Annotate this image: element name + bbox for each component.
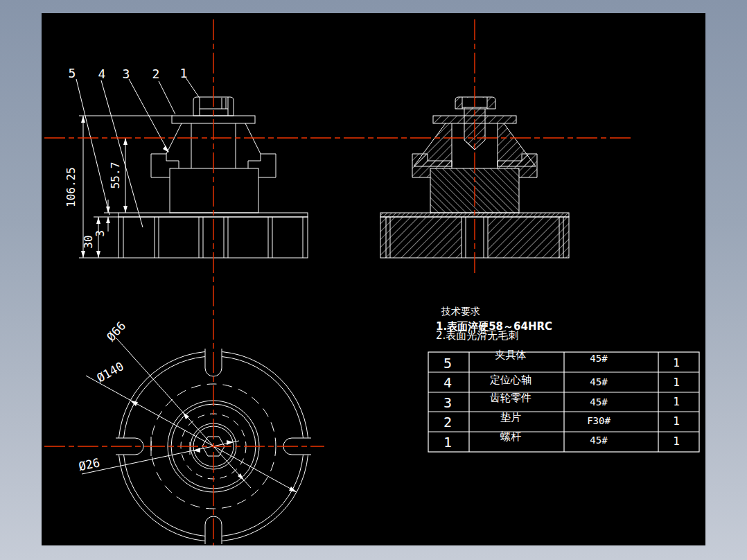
part-qty: 1 [673,376,680,389]
cad-drawing: 106.25 55.7 30 3 5 4 3 2 1 [42,13,705,545]
dim-overall-height: 106.25 [64,167,78,207]
part-no: 1 [443,434,452,450]
part-qty: 1 [673,356,680,369]
part-balloons: 5 4 3 2 1 [69,66,199,227]
part-material: 45# [590,376,608,387]
part-material: 45# [590,435,608,446]
part-no: 4 [443,374,452,391]
balloon-5: 5 [69,66,76,80]
part-qty: 1 [673,414,680,428]
tech-requirements: 技术要求 1.表面淬硬58～64HRC 2.表面光滑无毛刺 [436,306,552,342]
part-name: 夹具体 [495,349,527,361]
table-row: 2 垫片 F30# 1 [443,411,680,430]
part-material: 45# [590,353,608,364]
part-material: F30# [587,415,610,426]
part-no: 2 [443,414,452,430]
dim-upper-height: 55.7 [109,162,122,189]
balloon-3: 3 [123,67,130,81]
part-name: 齿轮零件 [490,392,531,404]
balloon-2: 2 [152,67,160,81]
table-row: 4 定位心轴 45# 1 [443,374,680,391]
tech-req-title: 技术要求 [441,306,480,317]
dim-outer-diameter: Ø140 [94,359,126,385]
bottom-view: Ø66 Ø140 Ø26 [78,319,311,544]
part-name: 螺杆 [500,430,521,443]
part-no: 3 [443,394,452,411]
dim-mid-diameter: Ø66 [104,319,128,344]
part-qty: 1 [673,435,680,448]
part-name: 定位心轴 [489,374,531,386]
part-qty: 1 [673,395,680,408]
parts-table: 5 夹具体 45# 1 4 定位心轴 45# 1 3 齿轮零件 45# 1 2 … [428,349,699,452]
tech-req-item-2: 2.表面光滑无毛刺 [436,329,518,342]
balloon-4: 4 [98,67,106,81]
table-row: 3 齿轮零件 45# 1 [443,392,680,411]
table-row: 1 螺杆 45# 1 [443,430,680,450]
centerlines [44,19,631,545]
viewer-frame: 106.25 55.7 30 3 5 4 3 2 1 [0,0,747,560]
balloon-1: 1 [180,66,188,80]
part-no: 5 [443,355,452,371]
dim-shim-thickness: 3 [94,230,107,237]
drawing-canvas-area[interactable]: 106.25 55.7 30 3 5 4 3 2 1 [42,13,705,545]
part-name: 垫片 [500,411,521,423]
part-material: 45# [590,396,608,408]
